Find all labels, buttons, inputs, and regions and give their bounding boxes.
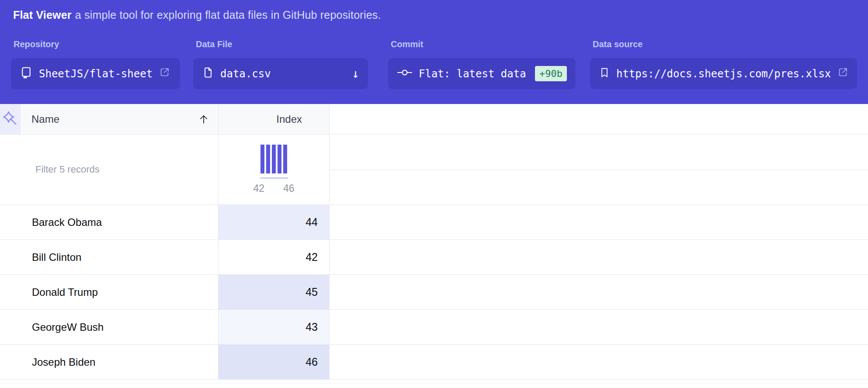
data-file-name: data.csv [220,68,271,80]
external-link-icon[interactable] [837,66,849,81]
histogram-bar [266,145,270,173]
app-header: Flat Viewera simple tool for exploring f… [0,0,868,104]
bookmark-icon [599,66,610,82]
commit-icon [397,68,413,80]
row-empty-area [330,205,868,239]
table-header-row: Name Index [0,104,868,135]
data-source-label: Data source [593,39,643,49]
sticky-column-toggle[interactable] [0,104,21,134]
data-file-select[interactable]: data.csv ↓ [193,58,368,89]
data-source-button[interactable]: https://docs.sheetjs.com/pres.xlsx [590,58,857,89]
column-header-name[interactable]: Name [21,104,219,134]
repository-name: SheetJS/flat-sheet [39,68,153,80]
row-divider [330,170,868,170]
row-empty-area [330,240,868,274]
row-empty-area [330,275,868,309]
table-row: Joseph Biden 46 [0,345,868,380]
name-cell: Joseph Biden [0,345,219,379]
header-empty-area [330,104,868,134]
data-source-widget: Data source https://docs.sheetjs.com/pre… [590,39,643,49]
index-cell: 46 [219,345,330,379]
index-header-label: Index [276,113,302,125]
name-header-label: Name [31,113,59,125]
repository-widget: Repository SheetJS/flat-sheet [11,39,59,49]
name-cell: GeorgeW Bush [0,310,219,344]
title-bar: Flat Viewera simple tool for exploring f… [0,0,868,21]
commit-label: Commit [391,39,423,49]
app-title: Flat Viewer [13,9,72,21]
pushpin-icon [2,111,18,128]
histogram-range-underline [260,177,288,179]
data-file-label: Data File [196,39,232,49]
data-file-widget: Data File data.csv ↓ [193,39,232,49]
commit-widget: Commit Flat: latest data +90b [388,39,423,49]
commit-message: Flat: latest data [419,68,526,80]
repository-label: Repository [14,39,59,49]
name-cell: Barack Obama [0,205,219,239]
histogram-min-label: 42 [253,183,265,194]
filter-empty-area [330,135,868,204]
histogram-max-label: 46 [283,183,295,194]
name-cell: Bill Clinton [0,240,219,274]
column-header-index[interactable]: Index [219,104,330,134]
table-row: GeorgeW Bush 43 [0,310,868,345]
histogram-bar [272,145,276,173]
filter-input[interactable] [0,135,218,204]
external-link-icon[interactable] [159,66,170,81]
index-cell: 42 [219,240,330,274]
data-source-url: https://docs.sheetjs.com/pres.xlsx [616,68,831,80]
sort-ascending-icon [198,114,209,125]
histogram-bar [278,145,281,173]
index-cell: 45 [219,275,330,309]
row-empty-area [330,345,868,379]
commit-select[interactable]: Flat: latest data +90b [388,58,576,89]
table-filter-row: 42 46 [0,135,868,205]
name-cell: Donald Trump [0,275,219,309]
table-row: Donald Trump 45 [0,275,868,310]
histogram-range-labels: 42 46 [253,183,295,194]
repo-book-icon [20,66,33,82]
table-row: Barack Obama 44 [0,205,868,240]
commit-diff-badge: +90b [535,66,567,81]
row-empty-area [330,310,868,344]
file-icon [202,66,214,82]
histogram-bar [283,145,287,173]
index-histogram-filter[interactable]: 42 46 [219,135,330,204]
data-table: Name Index 42 46 Barack O [0,104,868,388]
download-arrow-icon[interactable]: ↓ [352,68,359,80]
index-cell: 43 [219,310,330,344]
footer-divider [0,383,868,384]
table-footer-area [0,380,868,388]
index-cell: 44 [219,205,330,239]
table-row: Bill Clinton 42 [0,240,868,275]
histogram-bar [260,145,264,173]
repository-button[interactable]: SheetJS/flat-sheet [11,58,180,89]
name-filter-cell [0,135,219,204]
app-subtitle: a simple tool for exploring flat data fi… [75,9,381,21]
index-histogram-bars [260,145,287,173]
